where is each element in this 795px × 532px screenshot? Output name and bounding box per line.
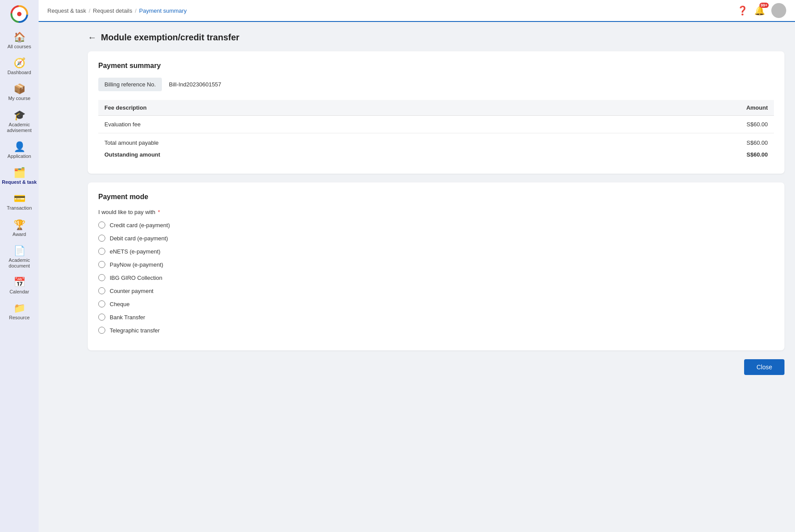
radio-label-ibg-giro[interactable]: IBG GIRO Collection bbox=[110, 275, 162, 281]
radio-label-paynow[interactable]: PayNow (e-payment) bbox=[110, 261, 163, 268]
notification-button[interactable]: 🔔 99+ bbox=[754, 5, 765, 16]
radio-input-credit-card[interactable] bbox=[98, 221, 105, 229]
radio-label-enets[interactable]: eNETS (e-payment) bbox=[110, 248, 161, 255]
fee-table: Fee description Amount Evaluation fee S$… bbox=[98, 100, 774, 163]
radio-input-bank-transfer[interactable] bbox=[98, 314, 105, 321]
radio-enets[interactable]: eNETS (e-payment) bbox=[98, 248, 774, 255]
total-row: Total amount payable S$60.00 bbox=[98, 133, 774, 149]
sidebar-item-label: Academic document bbox=[2, 257, 37, 269]
sidebar-item-label: Award bbox=[13, 232, 26, 237]
topbar: Request & task / Request details / Payme… bbox=[39, 0, 795, 22]
sidebar-item-label: Request & task bbox=[2, 179, 36, 185]
radio-credit-card[interactable]: Credit card (e-payment) bbox=[98, 221, 774, 229]
breadcrumb-request-details[interactable]: Request details bbox=[93, 7, 132, 14]
svg-point-1 bbox=[17, 12, 21, 16]
sidebar-item-label: Application bbox=[7, 154, 31, 159]
radio-input-counter[interactable] bbox=[98, 287, 105, 294]
radio-label-debit-card[interactable]: Debit card (e-payment) bbox=[110, 235, 168, 242]
outstanding-label: Outstanding amount bbox=[98, 149, 550, 163]
radio-bank-transfer[interactable]: Bank Transfer bbox=[98, 314, 774, 321]
fee-col-header: Fee description bbox=[98, 100, 550, 116]
request-task-icon: 🗂️ bbox=[14, 168, 25, 178]
sidebar-item-label: All courses bbox=[7, 44, 31, 50]
radio-label-telegraphic[interactable]: Telegraphic transfer bbox=[110, 327, 160, 334]
sidebar: 🏠 All courses 🧭 Dashboard 📦 My course 🎓 … bbox=[0, 0, 39, 532]
payment-mode-prompt: I would like to pay with * bbox=[98, 209, 774, 215]
radio-telegraphic[interactable]: Telegraphic transfer bbox=[98, 327, 774, 334]
application-icon: 👤 bbox=[14, 142, 25, 152]
radio-input-cheque[interactable] bbox=[98, 300, 105, 307]
breadcrumb-separator-2: / bbox=[135, 7, 136, 14]
payment-summary-title: Payment summary bbox=[98, 62, 774, 70]
help-button[interactable]: ❓ bbox=[737, 5, 748, 16]
total-amount: S$60.00 bbox=[550, 133, 774, 149]
radio-label-credit-card[interactable]: Credit card (e-payment) bbox=[110, 222, 170, 229]
radio-input-telegraphic[interactable] bbox=[98, 327, 105, 334]
billing-ref-label: Billing reference No. bbox=[98, 78, 162, 91]
sidebar-item-application[interactable]: 👤 Application bbox=[0, 138, 39, 164]
radio-debit-card[interactable]: Debit card (e-payment) bbox=[98, 235, 774, 242]
payment-mode-card: Payment mode I would like to pay with * … bbox=[88, 182, 784, 350]
app-logo[interactable] bbox=[10, 4, 29, 24]
notification-badge: 99+ bbox=[759, 3, 769, 8]
sidebar-item-label: My course bbox=[8, 96, 31, 101]
award-icon: 🏆 bbox=[14, 220, 25, 230]
radio-label-cheque[interactable]: Cheque bbox=[110, 301, 130, 307]
breadcrumb-request-task[interactable]: Request & task bbox=[47, 7, 86, 14]
sidebar-item-calendar[interactable]: 📅 Calendar bbox=[0, 273, 39, 299]
close-button[interactable]: Close bbox=[744, 359, 784, 375]
page-title: Module exemption/credit transfer bbox=[101, 32, 240, 43]
radio-counter[interactable]: Counter payment bbox=[98, 287, 774, 294]
calendar-icon: 📅 bbox=[14, 278, 25, 287]
dashboard-icon: 🧭 bbox=[14, 58, 25, 68]
amount-col-header: Amount bbox=[550, 100, 774, 116]
sidebar-item-resource[interactable]: 📁 Resource bbox=[0, 299, 39, 325]
fee-row: Evaluation fee S$60.00 bbox=[98, 116, 774, 133]
total-label: Total amount payable bbox=[98, 133, 550, 149]
breadcrumb: Request & task / Request details / Payme… bbox=[47, 7, 734, 14]
course-icon: 📦 bbox=[14, 84, 25, 94]
radio-paynow[interactable]: PayNow (e-payment) bbox=[98, 261, 774, 268]
transaction-icon: 💳 bbox=[14, 194, 25, 204]
payment-summary-card: Payment summary Billing reference No. Bi… bbox=[88, 51, 784, 174]
required-marker: * bbox=[158, 209, 160, 215]
sidebar-item-label: Transaction bbox=[7, 205, 32, 211]
radio-label-bank-transfer[interactable]: Bank Transfer bbox=[110, 314, 145, 321]
sidebar-item-label: Calendar bbox=[10, 289, 29, 295]
radio-ibg-giro[interactable]: IBG GIRO Collection bbox=[98, 274, 774, 281]
main-content: ← Module exemption/credit transfer Payme… bbox=[77, 22, 795, 532]
sidebar-item-academic-advisement[interactable]: 🎓 Academic advisement bbox=[0, 106, 39, 138]
page-header: ← Module exemption/credit transfer bbox=[88, 32, 784, 43]
topbar-icons: ❓ 🔔 99+ bbox=[737, 3, 786, 18]
billing-ref-value: Bill-Ind20230601557 bbox=[169, 81, 221, 88]
sidebar-item-request-task[interactable]: 🗂️ Request & task bbox=[0, 164, 39, 189]
sidebar-item-transaction[interactable]: 💳 Transaction bbox=[0, 189, 39, 215]
sidebar-item-label: Resource bbox=[9, 315, 29, 321]
sidebar-item-label: Academic advisement bbox=[2, 122, 37, 133]
sidebar-item-label: Dashboard bbox=[7, 70, 31, 75]
sidebar-item-all-courses[interactable]: 🏠 All courses bbox=[0, 28, 39, 54]
outstanding-amount: S$60.00 bbox=[550, 149, 774, 163]
sidebar-item-award[interactable]: 🏆 Award bbox=[0, 216, 39, 242]
fee-description: Evaluation fee bbox=[98, 116, 550, 133]
radio-input-enets[interactable] bbox=[98, 248, 105, 255]
user-avatar[interactable] bbox=[771, 3, 786, 18]
back-button[interactable]: ← bbox=[88, 32, 97, 43]
home-icon: 🏠 bbox=[14, 32, 25, 42]
radio-input-ibg-giro[interactable] bbox=[98, 274, 105, 281]
fee-amount: S$60.00 bbox=[550, 116, 774, 133]
radio-label-counter[interactable]: Counter payment bbox=[110, 288, 154, 294]
sidebar-item-dashboard[interactable]: 🧭 Dashboard bbox=[0, 54, 39, 80]
advisement-icon: 🎓 bbox=[14, 111, 25, 120]
breadcrumb-separator-1: / bbox=[89, 7, 90, 14]
document-icon: 📄 bbox=[14, 246, 25, 256]
radio-input-paynow[interactable] bbox=[98, 261, 105, 268]
radio-input-debit-card[interactable] bbox=[98, 235, 105, 242]
resource-icon: 📁 bbox=[14, 303, 25, 313]
payment-mode-title: Payment mode bbox=[98, 193, 774, 201]
sidebar-item-academic-document[interactable]: 📄 Academic document bbox=[0, 242, 39, 273]
radio-cheque[interactable]: Cheque bbox=[98, 300, 774, 307]
sidebar-item-my-course[interactable]: 📦 My course bbox=[0, 80, 39, 106]
footer-actions: Close bbox=[88, 359, 784, 375]
breadcrumb-payment-summary: Payment summary bbox=[139, 7, 186, 14]
